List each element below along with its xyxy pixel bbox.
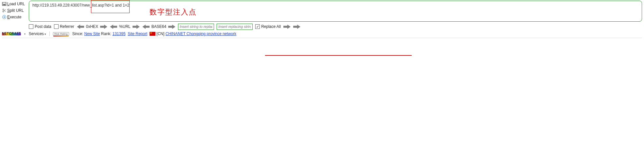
base64-encode-arrow-left-icon[interactable]: [142, 25, 150, 29]
scissors-icon: [1, 8, 7, 13]
svg-marker-14: [168, 25, 175, 29]
play-icon: [1, 15, 7, 19]
svg-marker-9: [77, 25, 84, 29]
netcraft-toolbar: NETCRAFT • Services Risk Rating Since: N…: [2, 31, 642, 38]
url-encode-arrow-left-icon[interactable]: [110, 25, 117, 29]
split-url-button[interactable]: Split URL: [1, 7, 27, 14]
replace-with-input[interactable]: [217, 24, 253, 30]
svg-marker-15: [283, 25, 291, 29]
post-data-checkbox[interactable]: Post data: [29, 24, 51, 29]
replace-arrow-right-2-icon[interactable]: [293, 25, 300, 29]
load-url-button[interactable]: Load URL: [1, 1, 27, 7]
options-row: Post data Referrer 0xHEX %URL BASE64: [29, 23, 642, 30]
network-link[interactable]: CHINANET Chongqing province network: [166, 32, 237, 36]
svg-marker-11: [110, 25, 117, 29]
rank-link[interactable]: 131395: [113, 32, 126, 36]
since-link[interactable]: New Site: [84, 32, 100, 36]
hex-encode-arrow-right-icon[interactable]: [100, 25, 107, 29]
risk-rating-badge[interactable]: Risk Rating: [53, 32, 69, 36]
netcraft-logo[interactable]: NETCRAFT: [2, 32, 21, 36]
svg-rect-2: [3, 4, 5, 5]
svg-marker-16: [293, 25, 300, 29]
referrer-checkbox[interactable]: Referrer: [54, 24, 74, 29]
netcraft-menu-button[interactable]: •: [24, 32, 26, 36]
replace-from-input[interactable]: [178, 24, 214, 30]
annotation-underline: [265, 55, 412, 56]
url-input-box[interactable]: http://219.153.49.228:43007/new_list.asp…: [29, 1, 642, 22]
svg-rect-1: [3, 3, 6, 4]
hex-encode-arrow-left-icon[interactable]: [77, 25, 84, 29]
services-menu[interactable]: Services: [29, 32, 46, 36]
url-encode-arrow-right-icon[interactable]: [133, 25, 140, 29]
svg-marker-8: [4, 16, 6, 18]
svg-marker-12: [133, 25, 140, 29]
svg-marker-10: [100, 25, 107, 29]
flag-cn-icon: [150, 32, 155, 36]
url-text: http://219.153.49.228:43007/new_list.asp…: [32, 3, 638, 8]
base64-label: BASE64: [152, 24, 166, 29]
replace-all-checkbox[interactable]: Replace All: [255, 24, 281, 29]
site-report-link[interactable]: Site Report: [128, 32, 147, 36]
urlenc-label: %URL: [119, 24, 131, 29]
separator: [49, 32, 50, 36]
svg-marker-13: [142, 25, 150, 29]
execute-button[interactable]: Execute: [1, 14, 27, 20]
disk-icon: [1, 2, 7, 6]
hex-label: 0xHEX: [86, 24, 98, 29]
base64-encode-arrow-right-icon[interactable]: [168, 25, 175, 29]
replace-arrow-right-1-icon[interactable]: [283, 25, 291, 29]
since-block: Since: New Site Rank: 131395 Site Report…: [72, 32, 236, 36]
